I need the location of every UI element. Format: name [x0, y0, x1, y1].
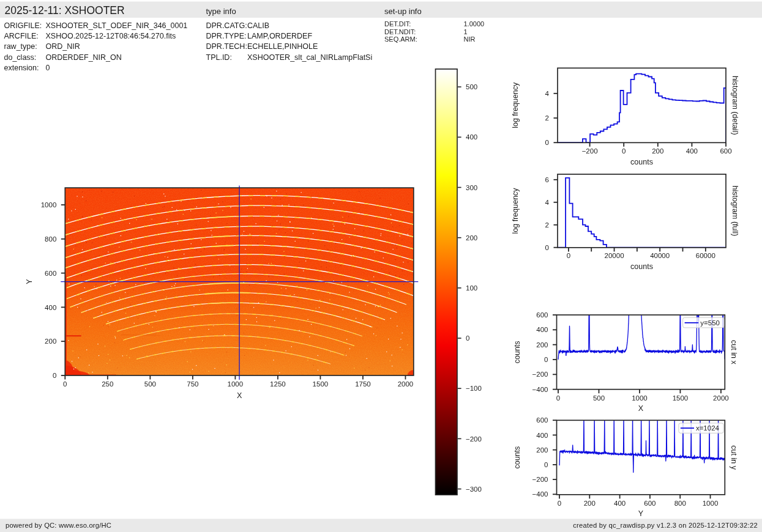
- svg-text:60000: 60000: [696, 252, 715, 259]
- svg-text:0: 0: [466, 334, 469, 342]
- svg-text:1000: 1000: [632, 394, 648, 402]
- svg-text:1000: 1000: [703, 500, 719, 507]
- svg-text:ORD_NIR: ORD_NIR: [46, 42, 80, 51]
- svg-text:1750: 1750: [355, 380, 371, 388]
- svg-text:0: 0: [53, 372, 56, 379]
- svg-text:X: X: [638, 404, 644, 413]
- svg-text:−400: −400: [532, 386, 548, 393]
- svg-text:counts: counts: [513, 341, 521, 363]
- svg-text:1.0000: 1.0000: [464, 20, 485, 28]
- svg-text:0: 0: [558, 500, 561, 507]
- svg-text:y=550: y=550: [700, 319, 720, 327]
- svg-text:100: 100: [466, 284, 477, 292]
- svg-text:DPR.TYPE:: DPR.TYPE:: [206, 32, 247, 40]
- svg-text:2: 2: [545, 221, 549, 229]
- svg-text:LAMP,ORDERDEF: LAMP,ORDERDEF: [247, 32, 312, 40]
- svg-text:counts: counts: [630, 158, 653, 166]
- svg-text:ORDERDEF_NIR_ON: ORDERDEF_NIR_ON: [46, 53, 122, 62]
- svg-text:2000: 2000: [713, 394, 729, 402]
- svg-text:1000: 1000: [228, 380, 244, 388]
- svg-text:4: 4: [545, 90, 550, 97]
- svg-text:500: 500: [466, 83, 477, 91]
- svg-text:200: 200: [584, 500, 596, 507]
- svg-text:0: 0: [567, 252, 570, 259]
- svg-text:0: 0: [46, 64, 50, 72]
- svg-text:1500: 1500: [313, 380, 329, 388]
- svg-text:1500: 1500: [673, 394, 689, 402]
- svg-text:2: 2: [545, 114, 549, 122]
- svg-text:ORIGFILE:: ORIGFILE:: [4, 21, 42, 30]
- svg-text:Y: Y: [26, 279, 34, 284]
- svg-text:−200: −200: [582, 147, 598, 155]
- svg-text:XSHOOTER_slt_cal_NIRLampFlatSi: XSHOOTER_slt_cal_NIRLampFlatSi: [247, 53, 372, 62]
- svg-text:ARCFILE:: ARCFILE:: [4, 32, 39, 40]
- svg-text:created by qc_rawdisp.py v1.2.: created by qc_rawdisp.py v1.2.3 on 2025-…: [573, 522, 758, 529]
- svg-text:400: 400: [536, 326, 548, 333]
- svg-text:log frequency: log frequency: [511, 82, 520, 128]
- svg-text:XSHOO.2025-12-12T08:46:54.270.: XSHOO.2025-12-12T08:46:54.270.fits: [46, 32, 176, 40]
- svg-text:800: 800: [674, 500, 686, 507]
- svg-text:0: 0: [544, 461, 548, 468]
- svg-text:500: 500: [593, 394, 605, 402]
- svg-text:raw_type:: raw_type:: [4, 42, 37, 51]
- svg-text:DPR.CATG:: DPR.CATG:: [206, 21, 247, 30]
- svg-text:DET.NDIT:: DET.NDIT:: [384, 28, 416, 35]
- svg-text:400: 400: [686, 147, 698, 155]
- svg-text:250: 250: [102, 380, 113, 388]
- svg-text:CALIB: CALIB: [247, 21, 269, 30]
- svg-text:XSHOOTER_SLT_ODEF_NIR_346_0001: XSHOOTER_SLT_ODEF_NIR_346_0001: [46, 21, 188, 30]
- svg-text:1000: 1000: [41, 201, 57, 209]
- svg-text:2000: 2000: [398, 380, 414, 388]
- svg-text:600: 600: [720, 147, 731, 155]
- svg-text:400: 400: [45, 304, 56, 311]
- svg-text:TPL.ID:: TPL.ID:: [206, 53, 232, 62]
- svg-text:200: 200: [466, 234, 477, 242]
- svg-text:cut in x: cut in x: [730, 340, 738, 364]
- svg-text:600: 600: [536, 311, 548, 319]
- svg-text:1: 1: [464, 28, 468, 35]
- svg-text:DET.DIT:: DET.DIT:: [384, 20, 411, 28]
- svg-text:0: 0: [544, 356, 548, 363]
- svg-text:powered by QC: www.eso.org/HC: powered by QC: www.eso.org/HC: [6, 522, 111, 529]
- svg-text:200: 200: [536, 446, 548, 454]
- svg-text:set-up info: set-up info: [384, 7, 422, 16]
- svg-text:DPR.TECH:: DPR.TECH:: [206, 42, 247, 51]
- svg-text:750: 750: [187, 380, 198, 388]
- svg-text:20000: 20000: [605, 252, 624, 259]
- svg-text:0: 0: [545, 244, 549, 251]
- svg-text:400: 400: [614, 500, 626, 507]
- svg-text:800: 800: [45, 235, 56, 243]
- svg-text:40000: 40000: [650, 252, 670, 259]
- svg-text:histogram (detail): histogram (detail): [731, 76, 739, 135]
- svg-text:type info: type info: [206, 7, 236, 16]
- svg-text:200: 200: [45, 338, 56, 345]
- svg-text:0: 0: [63, 380, 67, 388]
- svg-text:0: 0: [556, 394, 560, 402]
- svg-text:ECHELLE,PINHOLE: ECHELLE,PINHOLE: [247, 42, 318, 51]
- svg-text:2025-12-11: XSHOOTER: 2025-12-11: XSHOOTER: [5, 4, 125, 17]
- svg-text:do_class:: do_class:: [4, 53, 37, 62]
- svg-text:4: 4: [545, 199, 550, 206]
- svg-text:200: 200: [536, 341, 548, 349]
- svg-text:6: 6: [545, 176, 549, 183]
- svg-text:600: 600: [644, 500, 656, 507]
- svg-text:1250: 1250: [270, 380, 286, 388]
- svg-text:200: 200: [652, 147, 663, 155]
- svg-text:histogram (full): histogram (full): [731, 186, 739, 237]
- svg-text:−200: −200: [466, 435, 482, 443]
- svg-text:500: 500: [144, 380, 156, 388]
- svg-text:cut in y: cut in y: [730, 445, 738, 470]
- svg-text:x=1024: x=1024: [696, 424, 720, 432]
- svg-text:600: 600: [45, 270, 56, 277]
- svg-text:log frequency: log frequency: [511, 188, 520, 234]
- svg-text:SEQ.ARM:: SEQ.ARM:: [384, 35, 417, 43]
- svg-text:−400: −400: [532, 490, 548, 498]
- svg-text:−300: −300: [466, 486, 482, 493]
- svg-text:−100: −100: [466, 385, 482, 392]
- svg-text:NIR: NIR: [464, 35, 476, 43]
- svg-text:Y: Y: [638, 509, 644, 518]
- svg-text:−200: −200: [532, 476, 548, 483]
- svg-text:counts: counts: [513, 446, 521, 469]
- svg-text:0: 0: [622, 147, 626, 155]
- svg-text:400: 400: [466, 133, 477, 141]
